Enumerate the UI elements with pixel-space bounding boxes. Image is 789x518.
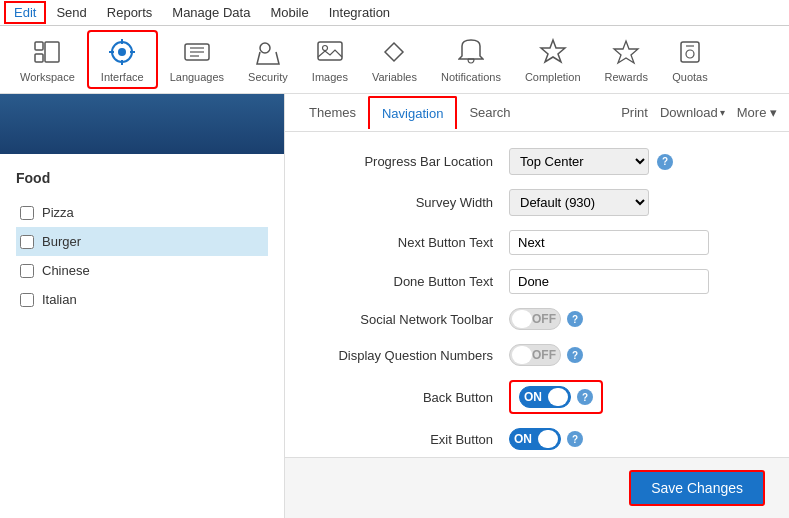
list-item: Pizza xyxy=(16,198,268,227)
download-button[interactable]: Download ▾ xyxy=(660,105,725,120)
progress-bar-location-label: Progress Bar Location xyxy=(309,154,509,169)
menu-reports[interactable]: Reports xyxy=(97,1,163,24)
social-network-toolbar-label: Social Network Toolbar xyxy=(309,312,509,327)
tab-themes[interactable]: Themes xyxy=(297,97,368,128)
tab-search[interactable]: Search xyxy=(457,97,522,128)
toolbar-variables[interactable]: Variables xyxy=(360,32,429,87)
display-question-numbers-toggle[interactable]: OFF xyxy=(509,344,561,366)
done-button-text-control xyxy=(509,269,709,294)
food-chinese-label: Chinese xyxy=(42,263,90,278)
toolbar-completion[interactable]: Completion xyxy=(513,32,593,87)
done-button-text-input[interactable] xyxy=(509,269,709,294)
next-button-text-control xyxy=(509,230,709,255)
next-button-text-row: Next Button Text xyxy=(309,230,765,255)
food-list: Food Pizza Burger Chinese Italian xyxy=(0,154,284,330)
languages-icon xyxy=(181,36,213,68)
notifications-icon xyxy=(455,36,487,68)
back-button-toggle-label: ON xyxy=(524,390,542,404)
back-button-control: ON ? xyxy=(509,380,603,414)
display-question-numbers-help-icon[interactable]: ? xyxy=(567,347,583,363)
left-panel: Food Pizza Burger Chinese Italian xyxy=(0,94,285,518)
progress-bar-location-row: Progress Bar Location Top Center Bottom … xyxy=(309,148,765,175)
food-burger-checkbox[interactable] xyxy=(20,235,34,249)
food-burger-label: Burger xyxy=(42,234,81,249)
quotas-icon xyxy=(674,36,706,68)
back-button-label: Back Button xyxy=(309,390,509,405)
toolbar-completion-label: Completion xyxy=(525,71,581,83)
display-question-numbers-toggle-label: OFF xyxy=(532,348,556,362)
survey-width-select[interactable]: Default (930) 800 1000 xyxy=(509,189,649,216)
svg-point-4 xyxy=(118,48,126,56)
food-italian-checkbox[interactable] xyxy=(20,293,34,307)
progress-bar-location-control: Top Center Bottom Center Hidden ? xyxy=(509,148,673,175)
back-button-help-icon[interactable]: ? xyxy=(577,389,593,405)
back-button-row: Back Button ON ? xyxy=(309,380,765,414)
food-title: Food xyxy=(16,170,268,186)
exit-button-help-icon[interactable]: ? xyxy=(567,431,583,447)
list-item: Burger xyxy=(16,227,268,256)
images-icon xyxy=(314,36,346,68)
svg-point-15 xyxy=(322,46,327,51)
toolbar-workspace[interactable]: Workspace xyxy=(8,32,87,87)
toolbar-rewards[interactable]: Rewards xyxy=(593,32,660,87)
exit-button-control: ON ? xyxy=(509,428,583,450)
toolbar-languages[interactable]: Languages xyxy=(158,32,236,87)
settings-content: Progress Bar Location Top Center Bottom … xyxy=(285,132,789,457)
food-pizza-checkbox[interactable] xyxy=(20,206,34,220)
menu-mobile[interactable]: Mobile xyxy=(260,1,318,24)
display-question-numbers-row: Display Question Numbers OFF ? xyxy=(309,344,765,366)
social-network-help-icon[interactable]: ? xyxy=(567,311,583,327)
toolbar-interface[interactable]: Interface xyxy=(87,30,158,89)
toggle-knob xyxy=(512,310,532,328)
footer: Save Changes xyxy=(285,457,789,518)
menu-manage-data[interactable]: Manage Data xyxy=(162,1,260,24)
progress-bar-help-icon[interactable]: ? xyxy=(657,154,673,170)
tab-bar: Themes Navigation Search Print Download … xyxy=(285,94,789,132)
variables-icon xyxy=(378,36,410,68)
toggle-knob xyxy=(512,346,532,364)
progress-bar-location-select[interactable]: Top Center Bottom Center Hidden xyxy=(509,148,649,175)
more-button[interactable]: More ▾ xyxy=(737,105,777,120)
display-question-numbers-label: Display Question Numbers xyxy=(309,348,509,363)
social-network-toggle-label: OFF xyxy=(532,312,556,326)
back-button-toggle[interactable]: ON xyxy=(519,386,571,408)
survey-width-control: Default (930) 800 1000 xyxy=(509,189,649,216)
menu-send[interactable]: Send xyxy=(46,1,96,24)
food-pizza-label: Pizza xyxy=(42,205,74,220)
menu-integration[interactable]: Integration xyxy=(319,1,400,24)
svg-rect-2 xyxy=(45,42,59,62)
next-button-text-input[interactable] xyxy=(509,230,709,255)
toolbar-languages-label: Languages xyxy=(170,71,224,83)
done-button-text-row: Done Button Text xyxy=(309,269,765,294)
social-network-toolbar-row: Social Network Toolbar OFF ? xyxy=(309,308,765,330)
toolbar-security-label: Security xyxy=(248,71,288,83)
more-chevron-icon: ▾ xyxy=(770,105,777,120)
workspace-icon xyxy=(31,36,63,68)
tab-actions: Print Download ▾ More ▾ xyxy=(621,105,777,120)
exit-button-toggle[interactable]: ON xyxy=(509,428,561,450)
menu-bar: Edit Send Reports Manage Data Mobile Int… xyxy=(0,0,789,26)
toolbar-notifications[interactable]: Notifications xyxy=(429,32,513,87)
svg-rect-1 xyxy=(35,54,43,62)
main-layout: Food Pizza Burger Chinese Italian Themes xyxy=(0,94,789,518)
list-item: Chinese xyxy=(16,256,268,285)
save-changes-button[interactable]: Save Changes xyxy=(629,470,765,506)
toolbar-quotas[interactable]: Quotas xyxy=(660,32,720,87)
interface-icon xyxy=(106,36,138,68)
toolbar-images-label: Images xyxy=(312,71,348,83)
tab-navigation[interactable]: Navigation xyxy=(368,96,457,129)
social-network-toolbar-toggle[interactable]: OFF xyxy=(509,308,561,330)
toolbar-rewards-label: Rewards xyxy=(605,71,648,83)
toggle-knob xyxy=(548,388,568,406)
menu-edit[interactable]: Edit xyxy=(4,1,46,24)
food-chinese-checkbox[interactable] xyxy=(20,264,34,278)
next-button-text-label: Next Button Text xyxy=(309,235,509,250)
exit-button-label: Exit Button xyxy=(309,432,509,447)
toolbar-security[interactable]: Security xyxy=(236,32,300,87)
security-icon xyxy=(252,36,284,68)
toolbar-workspace-label: Workspace xyxy=(20,71,75,83)
print-button[interactable]: Print xyxy=(621,105,648,120)
done-button-text-label: Done Button Text xyxy=(309,274,509,289)
toolbar-images[interactable]: Images xyxy=(300,32,360,87)
completion-icon xyxy=(537,36,569,68)
